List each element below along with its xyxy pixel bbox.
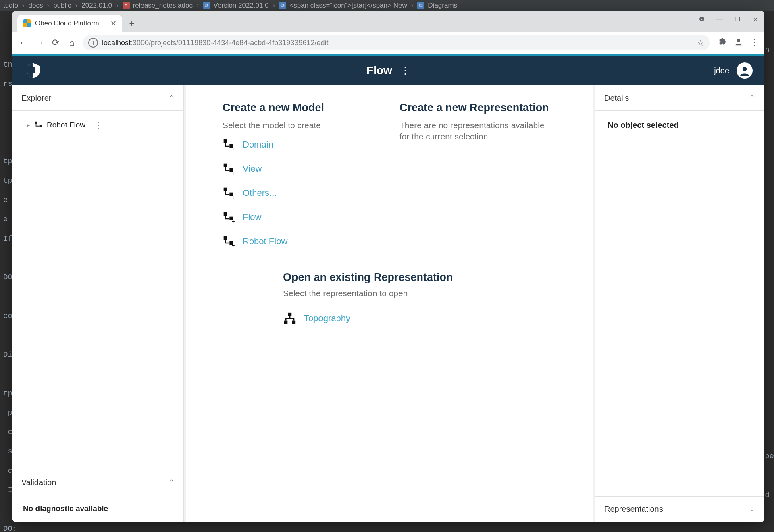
nav-forward-icon: → bbox=[34, 37, 45, 48]
svg-rect-23 bbox=[288, 313, 292, 316]
svg-rect-14 bbox=[224, 188, 227, 191]
window-maximize-icon[interactable]: ☐ bbox=[733, 15, 741, 23]
expand-arrow-icon[interactable]: ▸ bbox=[27, 122, 30, 128]
site-info-icon[interactable]: i bbox=[88, 38, 98, 48]
tab-favicon-icon bbox=[23, 19, 31, 27]
bookmark-star-icon[interactable]: ☆ bbox=[697, 38, 704, 48]
model-type-icon: + bbox=[223, 138, 235, 151]
model-type-item[interactable]: +View bbox=[223, 162, 379, 175]
profile-avatar-icon[interactable] bbox=[734, 37, 743, 48]
validation-panel-header[interactable]: Validation ⌃ bbox=[12, 470, 183, 495]
details-message: No object selected bbox=[595, 111, 764, 496]
svg-rect-6 bbox=[35, 122, 37, 124]
user-avatar-icon[interactable] bbox=[737, 62, 753, 79]
svg-point-2 bbox=[737, 39, 740, 42]
create-rep-subtitle: There are no representations available f… bbox=[399, 120, 556, 143]
browser-window: Obeo Cloud Platform ✕ + — ☐ ⨉ ← → ⟳ ⌂ i … bbox=[12, 11, 764, 522]
tab-close-icon[interactable]: ✕ bbox=[110, 19, 117, 28]
svg-text:+: + bbox=[232, 146, 235, 151]
validation-message: No diagnostic available bbox=[12, 495, 183, 522]
representation-item[interactable]: Topography bbox=[283, 312, 556, 325]
username: jdoe bbox=[714, 66, 729, 75]
tree-item[interactable]: ▸ Robot Flow ⋮ bbox=[16, 115, 180, 135]
tab-title: Obeo Cloud Platform bbox=[35, 19, 106, 27]
svg-rect-25 bbox=[292, 320, 296, 324]
model-type-label: View bbox=[243, 164, 262, 174]
nav-reload-icon[interactable]: ⟳ bbox=[50, 37, 61, 48]
new-tab-button[interactable]: + bbox=[125, 17, 138, 30]
model-type-item[interactable]: +Flow bbox=[223, 211, 379, 224]
browser-toolbar: ← → ⟳ ⌂ i localhost:3000/projects/011198… bbox=[12, 32, 764, 54]
svg-rect-11 bbox=[224, 164, 227, 167]
project-more-icon[interactable]: ⋮ bbox=[400, 65, 410, 76]
app-root: Flow ⋮ jdoe Explorer ⌃ bbox=[12, 54, 764, 522]
app-header: Flow ⋮ jdoe bbox=[12, 56, 764, 85]
chevron-up-icon: ⌃ bbox=[169, 478, 175, 487]
open-rep-subtitle: Select the representation to open bbox=[283, 288, 556, 299]
nav-back-icon[interactable]: ← bbox=[18, 37, 29, 48]
representations-title: Representations bbox=[604, 505, 663, 514]
model-type-item[interactable]: +Others... bbox=[223, 187, 379, 200]
svg-rect-20 bbox=[224, 236, 227, 240]
tree-item-more-icon[interactable]: ⋮ bbox=[94, 120, 102, 130]
kebab-menu-icon[interactable]: ⋮ bbox=[750, 37, 758, 48]
open-rep-heading: Open an existing Representation bbox=[283, 271, 556, 284]
create-rep-heading: Create a new Representation bbox=[399, 102, 556, 114]
svg-rect-3 bbox=[32, 67, 35, 73]
chevron-up-icon: ⌃ bbox=[749, 94, 755, 102]
model-type-item[interactable]: +Robot Flow bbox=[223, 235, 379, 248]
browser-tab[interactable]: Obeo Cloud Platform ✕ bbox=[17, 15, 122, 32]
extensions-icon[interactable] bbox=[719, 37, 727, 48]
model-type-item[interactable]: +Domain bbox=[223, 138, 379, 151]
window-close-icon[interactable]: ⨉ bbox=[751, 15, 759, 23]
model-type-label: Robot Flow bbox=[243, 236, 287, 247]
main-content: Create a new Model Select the model to c… bbox=[186, 85, 593, 522]
svg-rect-24 bbox=[284, 320, 288, 324]
model-type-icon: + bbox=[223, 235, 235, 248]
explorer-tree: ▸ Robot Flow ⋮ bbox=[12, 111, 183, 470]
model-type-label: Flow bbox=[243, 212, 261, 222]
ide-breadcrumb: tudio›docs›public›2022.01.0›Arelease_not… bbox=[0, 0, 774, 11]
address-bar[interactable]: i localhost:3000/projects/01119830-4434-… bbox=[83, 35, 710, 50]
left-side-panel: Explorer ⌃ ▸ Robot Flow ⋮ bbox=[12, 85, 184, 522]
svg-point-5 bbox=[743, 67, 747, 71]
validation-title: Validation bbox=[21, 478, 56, 487]
project-title: Flow bbox=[366, 64, 392, 77]
svg-text:+: + bbox=[232, 194, 235, 200]
nav-home-icon[interactable]: ⌂ bbox=[67, 37, 77, 48]
account-circle-icon[interactable] bbox=[698, 15, 706, 23]
create-model-heading: Create a new Model bbox=[223, 102, 379, 114]
chevron-down-icon: ⌄ bbox=[749, 505, 755, 513]
svg-rect-17 bbox=[224, 212, 227, 216]
explorer-panel-header[interactable]: Explorer ⌃ bbox=[12, 85, 183, 111]
svg-text:+: + bbox=[232, 218, 235, 224]
svg-text:+: + bbox=[232, 170, 235, 175]
representations-panel-header[interactable]: Representations ⌄ bbox=[595, 496, 764, 522]
details-panel-header[interactable]: Details ⌃ bbox=[595, 85, 764, 111]
chevron-up-icon: ⌃ bbox=[169, 94, 175, 102]
diagram-icon bbox=[283, 312, 297, 325]
create-model-subtitle: Select the model to create bbox=[223, 120, 379, 131]
svg-rect-8 bbox=[224, 139, 227, 143]
details-title: Details bbox=[604, 94, 629, 103]
right-side-panel: Details ⌃ No object selected Representat… bbox=[595, 85, 764, 522]
model-type-icon: + bbox=[223, 187, 235, 200]
app-logo-icon[interactable] bbox=[24, 61, 43, 80]
window-minimize-icon[interactable]: — bbox=[716, 15, 724, 23]
url-text: localhost:3000/projects/01119830-4434-4e… bbox=[102, 39, 328, 47]
tree-item-label: Robot Flow bbox=[47, 121, 85, 129]
model-type-label: Domain bbox=[243, 139, 273, 150]
svg-rect-7 bbox=[40, 125, 42, 127]
model-type-label: Others... bbox=[243, 188, 277, 198]
browser-titlebar: Obeo Cloud Platform ✕ + — ☐ ⨉ bbox=[12, 11, 764, 32]
explorer-title: Explorer bbox=[21, 94, 51, 103]
model-type-icon: + bbox=[223, 211, 235, 224]
svg-text:+: + bbox=[232, 243, 235, 248]
model-type-icon: + bbox=[223, 162, 235, 175]
representation-label: Topography bbox=[304, 313, 350, 324]
model-node-icon bbox=[34, 121, 43, 129]
